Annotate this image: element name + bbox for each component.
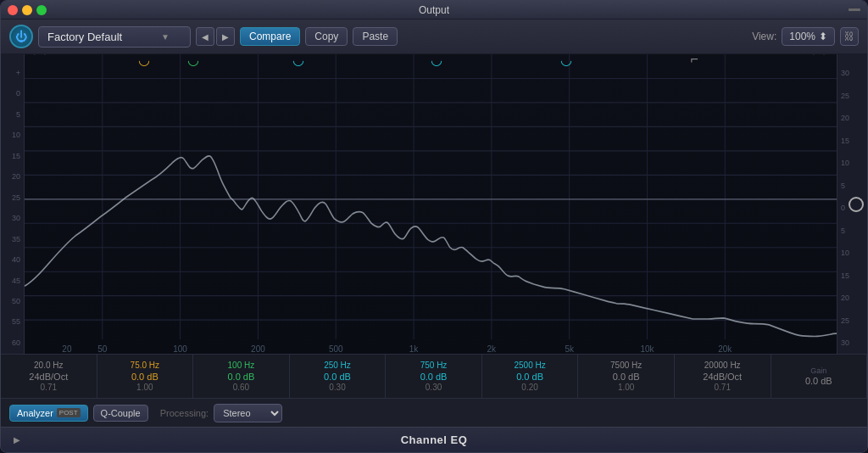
title-bar: Output xyxy=(1,1,867,20)
rscale-10b: 10 xyxy=(837,249,849,257)
link-icon: ⛓ xyxy=(844,31,854,42)
gain-knob[interactable] xyxy=(849,197,864,212)
scale-5: 5 xyxy=(1,111,24,119)
eq-display[interactable]: ⌒ ◡ ◡ ◡ ◡ ◡ xyxy=(25,54,837,354)
scale-20: 20 xyxy=(1,173,24,181)
band8-symbol: ⌒ xyxy=(812,54,826,69)
band6-symbol: ◡ xyxy=(560,54,572,68)
band5-q: 0.30 xyxy=(426,383,442,392)
band3-handle[interactable]: ◡ xyxy=(187,54,199,68)
band1-extra: 24dB/Oct xyxy=(29,372,68,382)
plugin-title: Channel EQ xyxy=(401,433,468,446)
scale-40: 40 xyxy=(1,256,24,264)
qcouple-button[interactable]: Q-Couple xyxy=(93,405,148,422)
master-gain-params[interactable]: Gain 0.0 dB xyxy=(771,355,868,398)
eq-left-scale: + 0 5 10 15 20 25 30 35 40 45 50 55 60 xyxy=(1,54,25,354)
bottom-title-bar: ▶ Channel EQ xyxy=(1,427,867,452)
maximize-button[interactable] xyxy=(36,5,47,15)
scale-0: 0 xyxy=(1,90,24,98)
svg-text:50: 50 xyxy=(97,343,107,354)
scale-25: 25 xyxy=(1,194,24,202)
band4-q: 0.30 xyxy=(329,383,345,392)
band1-handle[interactable]: ⌒ xyxy=(33,54,47,69)
compare-button[interactable]: Compare xyxy=(240,27,300,46)
band6-handle[interactable]: ◡ xyxy=(560,54,572,68)
band8-extra: 24dB/Oct xyxy=(703,372,742,382)
svg-text:5k: 5k xyxy=(565,343,574,354)
dropdown-arrow-icon: ▼ xyxy=(161,32,170,42)
preset-dropdown[interactable]: Factory Default ▼ xyxy=(38,26,191,48)
band7-params[interactable]: 7500 Hz 0.0 dB 1.00 xyxy=(578,355,675,398)
eq-container: + 0 5 10 15 20 25 30 35 40 45 50 55 60 ⌒ xyxy=(1,54,867,354)
band2-q: 1.00 xyxy=(136,383,153,392)
rscale-30a: 30 xyxy=(837,70,849,77)
band7-q: 1.00 xyxy=(618,383,634,392)
prev-button[interactable]: ◀ xyxy=(196,27,214,46)
gain-label: Gain xyxy=(810,366,826,375)
next-button[interactable]: ▶ xyxy=(216,27,235,46)
band4-params[interactable]: 250 Hz 0.0 dB 0.30 xyxy=(290,355,387,398)
copy-button[interactable]: Copy xyxy=(305,27,348,46)
band6-freq: 2500 Hz xyxy=(514,361,545,370)
band1-params[interactable]: 20.0 Hz 24dB/Oct 0.71 xyxy=(1,355,97,398)
processing-label: Processing: xyxy=(160,408,209,418)
band2-handle[interactable]: ◡ xyxy=(138,54,150,68)
view-label: View: xyxy=(752,31,776,42)
traffic-lights xyxy=(8,5,47,15)
svg-text:1k: 1k xyxy=(409,343,419,354)
view-value: 100% xyxy=(789,31,815,42)
band8-freq: 20000 Hz xyxy=(704,361,741,370)
rscale-15b: 15 xyxy=(837,272,849,280)
rscale-10: 10 xyxy=(837,159,849,167)
main-window: Output ⏻ Factory Default ▼ ◀ ▶ Compare C… xyxy=(0,0,868,453)
scale-30: 30 xyxy=(1,215,24,222)
band4-gain: 0.0 dB xyxy=(324,372,351,382)
post-badge: POST xyxy=(57,408,81,417)
band2-params[interactable]: 75.0 Hz 0.0 dB 1.00 xyxy=(97,355,194,398)
svg-text:20k: 20k xyxy=(718,343,732,354)
paste-button[interactable]: Paste xyxy=(353,27,398,46)
band2-symbol: ◡ xyxy=(138,54,150,68)
nav-buttons: ◀ ▶ xyxy=(196,27,235,46)
play-button[interactable]: ▶ xyxy=(9,433,25,448)
scale-plus: + xyxy=(1,70,24,77)
power-button[interactable]: ⏻ xyxy=(9,25,33,48)
scale-15: 15 xyxy=(1,153,24,160)
play-icon: ▶ xyxy=(14,435,20,445)
band2-freq: 75.0 Hz xyxy=(131,361,159,370)
band3-freq: 100 Hz xyxy=(228,361,255,370)
band-parameters: 20.0 Hz 24dB/Oct 0.71 75.0 Hz 0.0 dB 1.0… xyxy=(1,354,867,398)
band5-handle[interactable]: ◡ xyxy=(431,54,442,68)
eq-right-scale: 30 25 20 15 10 5 0 5 10 15 20 25 30 xyxy=(837,54,867,354)
band7-symbol: ⌐ xyxy=(691,54,698,67)
scale-35: 35 xyxy=(1,236,24,243)
view-arrows-icon: ⬍ xyxy=(819,31,827,42)
link-button[interactable]: ⛓ xyxy=(840,27,859,46)
power-icon: ⏻ xyxy=(15,30,27,43)
band4-handle[interactable]: ◡ xyxy=(292,54,304,68)
rscale-20b: 20 xyxy=(837,294,849,302)
band5-gain: 0.0 dB xyxy=(420,372,448,382)
rscale-0: 0 xyxy=(837,204,845,212)
view-dropdown[interactable]: 100% ⬍ xyxy=(782,27,835,46)
band7-handle[interactable]: ⌐ xyxy=(691,54,698,67)
band3-params[interactable]: 100 Hz 0.0 dB 0.60 xyxy=(193,355,290,398)
band7-freq: 7500 Hz xyxy=(610,361,642,370)
minimize-button[interactable] xyxy=(22,5,32,15)
svg-text:500: 500 xyxy=(329,343,343,354)
band7-gain: 0.0 dB xyxy=(613,372,640,382)
band5-params[interactable]: 750 Hz 0.0 dB 0.30 xyxy=(386,355,482,398)
rscale-20: 20 xyxy=(837,115,849,122)
scale-55: 55 xyxy=(1,318,24,326)
band1-freq: 20.0 Hz xyxy=(34,361,63,370)
band4-freq: 250 Hz xyxy=(324,361,351,370)
svg-text:20: 20 xyxy=(62,343,71,354)
analyzer-button[interactable]: Analyzer POST xyxy=(9,405,88,422)
toolbar: ⏻ Factory Default ▼ ◀ ▶ Compare Copy Pas… xyxy=(1,20,867,54)
band1-symbol: ⌒ xyxy=(33,54,47,69)
band8-params[interactable]: 20000 Hz 24dB/Oct 0.71 xyxy=(675,355,771,398)
close-button[interactable] xyxy=(8,5,18,15)
band8-handle[interactable]: ⌒ xyxy=(812,54,826,69)
processing-select[interactable]: Stereo Mono xyxy=(214,404,282,422)
band6-params[interactable]: 2500 Hz 0.0 dB 0.20 xyxy=(482,355,579,398)
